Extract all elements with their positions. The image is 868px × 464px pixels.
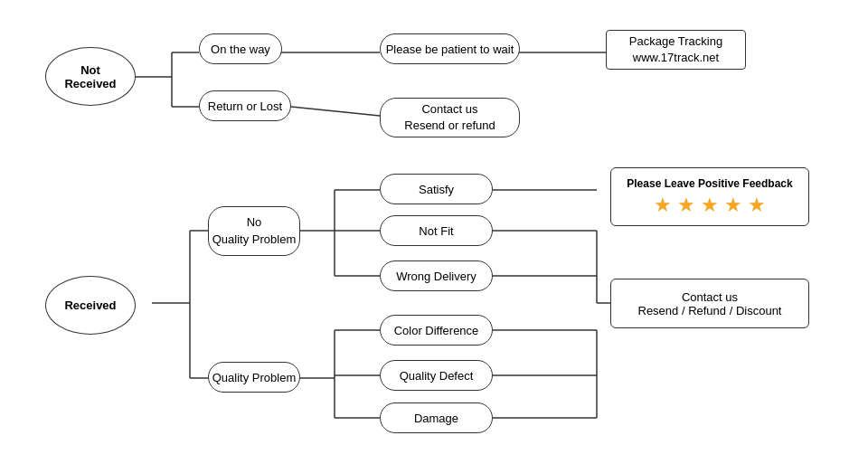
color-difference-node: Color Difference [380,315,493,346]
quality-defect-label: Quality Defect [400,369,474,383]
quality-defect-node: Quality Defect [380,360,493,391]
wrong-delivery-node: Wrong Delivery [380,260,493,291]
not-received-node: Not Received [45,47,136,106]
stars: ★ ★ ★ ★ ★ [654,194,766,217]
received-label: Received [64,298,116,312]
no-quality-problem-node: No Quality Problem [208,206,300,256]
not-fit-label: Not Fit [419,224,453,238]
quality-problem-label: Quality Problem [212,371,296,384]
on-the-way-node: On the way [199,33,282,64]
quality-problem-node: Quality Problem [208,362,300,393]
svg-line-6 [291,107,380,116]
no-quality-problem-label: No Quality Problem [212,214,296,247]
received-node: Received [45,276,136,335]
contact-discount-label: Contact us Resend / Refund / Discount [638,290,782,317]
feedback-box: Please Leave Positive Feedback ★ ★ ★ ★ ★ [610,167,809,226]
not-fit-node: Not Fit [380,215,493,246]
package-tracking-node: Package Tracking www.17track.net [606,30,746,70]
be-patient-label: Please be patient to wait [386,43,514,56]
satisfy-label: Satisfy [419,183,454,196]
contact-resend-refund-node: Contact us Resend or refund [380,98,520,137]
return-or-lost-node: Return or Lost [199,90,291,121]
contact-discount-box: Contact us Resend / Refund / Discount [610,279,809,328]
wrong-delivery-label: Wrong Delivery [396,270,476,283]
not-received-label: Not Received [64,63,116,90]
color-difference-label: Color Difference [394,324,479,337]
contact-resend-refund-label: Contact us Resend or refund [404,101,495,134]
feedback-label: Please Leave Positive Feedback [627,177,792,190]
damage-node: Damage [380,402,493,433]
satisfy-node: Satisfy [380,174,493,204]
return-or-lost-label: Return or Lost [208,99,282,113]
damage-label: Damage [414,412,458,425]
on-the-way-label: On the way [211,43,270,56]
package-tracking-label: Package Tracking www.17track.net [629,33,722,66]
be-patient-node: Please be patient to wait [380,33,520,64]
